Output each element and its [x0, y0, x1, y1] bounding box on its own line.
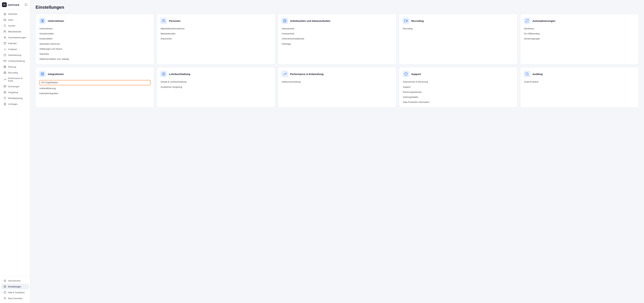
card-integrationen: Integrationen API-Zugriffsdaten Authenti…: [36, 67, 154, 108]
cards-grid: Unternehmen Unternehmen Gesellschaften K…: [36, 14, 639, 108]
card-links: Unternehmen Gesellschaften Kostenstellen…: [39, 27, 150, 61]
link-unternehmen[interactable]: Unternehmen: [40, 27, 150, 30]
card-title: Recruiting: [411, 20, 424, 22]
svg-line-2: [5, 26, 6, 27]
main-content: Einstellungen Unternehmen Unternehmen Ge…: [30, 0, 644, 303]
card-title: Auditing: [532, 73, 543, 76]
svg-point-3: [4, 30, 5, 31]
link-data-protection[interactable]: Data Protection Information: [403, 100, 514, 104]
magnifier-icon: [524, 71, 530, 77]
link-support[interactable]: Support: [403, 85, 514, 89]
card-links: Recruiting: [402, 27, 514, 30]
sidebar-item-recruiting[interactable]: Recruiting: [1, 70, 29, 76]
link-mitarbeiterollen[interactable]: Mitarbeiterollen: [160, 32, 272, 36]
sidebar-item-mitarbeitende[interactable]: Mitarbeitende: [1, 29, 29, 34]
sidebar-item-user[interactable]: Elias Drocksler: [1, 296, 29, 301]
link-mitarbeiterinformationen[interactable]: Mitarbeiteninformationen: [160, 27, 272, 30]
grid-card-icon: [39, 71, 46, 77]
help-icon: [3, 291, 6, 294]
arrows-icon: [524, 18, 530, 24]
link-kostenstellen[interactable]: Kostenstellen: [40, 37, 150, 40]
link-feiertage[interactable]: Feiertage: [282, 42, 393, 46]
link-unternehmenskalender[interactable]: Unternehmenskalender: [282, 37, 393, 40]
link-abonnement-rechnung[interactable]: Abonnement & Rechnung: [403, 80, 514, 84]
card-header: Performance & Entwicklung: [282, 71, 393, 77]
link-standorte[interactable]: Standorte: [40, 52, 150, 56]
sidebar-item-label: Hilfe & Feedback: [8, 291, 25, 294]
svg-rect-32: [42, 21, 43, 21]
sidebar-item-label: Recruiting: [8, 72, 18, 74]
sidebar-item-label: Mitarbeitende: [8, 30, 21, 33]
link-authentifizierung[interactable]: Authentifizierung: [40, 86, 150, 90]
dollar-card-icon: [160, 71, 167, 77]
sidebar-item-automatisierungen[interactable]: Automatisierungen: [1, 34, 29, 40]
svg-rect-39: [43, 73, 44, 74]
sidebar-nav: Startseite Inbox Suchen Mitarbeitende Au…: [0, 10, 30, 276]
card-automatisierungen: Automatisierungen Workflows On-/Offboard…: [520, 14, 639, 64]
sidebar-item-label: Inbox: [8, 18, 14, 21]
sidebar-item-inbox[interactable]: Inbox: [1, 17, 29, 23]
svg-rect-35: [283, 20, 286, 22]
sidebar-item-schulungen[interactable]: Schulungen: [1, 84, 29, 89]
link-startseiten-shortcuts[interactable]: Startseiten-Shortcuts: [40, 42, 150, 46]
sidebar-item-zeiterfassung[interactable]: Zeiterfassung: [1, 52, 29, 58]
card-links: Zielbonusverteilung: [282, 80, 393, 84]
sidebar-item-label: Elias Drocksler: [8, 297, 23, 300]
link-gehalt[interactable]: Gehalt & Lohnbuchhaltung: [160, 80, 272, 84]
svg-rect-33: [42, 22, 43, 22]
sidebar-item-startseite[interactable]: Startseite: [1, 11, 29, 17]
card-lohnbuchhaltung: Lohnbuchhaltung Gehalt & Lohnbuchhaltung…: [157, 67, 275, 108]
sidebar-item-verguetung[interactable]: Vergütung: [1, 90, 29, 95]
sidebar-item-umfragen[interactable]: Umfragen: [1, 101, 29, 107]
card-header: Lohnbuchhaltung: [160, 71, 272, 77]
link-kalenderintegration[interactable]: Kalenderintegration: [40, 92, 150, 95]
star-icon: [3, 279, 6, 282]
link-zusaetzliche-verguetung[interactable]: Zusätzliche Vergütung: [160, 85, 272, 89]
sidebar-item-einstellungen[interactable]: Einstellungen: [1, 284, 29, 290]
link-audit-protokoll[interactable]: Audit-Protokoll: [524, 80, 635, 84]
svg-rect-5: [4, 42, 6, 44]
sidebar-item-performance[interactable]: Performance & Entw...: [1, 76, 29, 84]
card-title: Lohnbuchhaltung: [169, 73, 190, 76]
sidebar-item-hilfe[interactable]: Hilfe & Feedback: [1, 290, 29, 295]
card-unternehmen: Unternehmen Unternehmen Gesellschaften K…: [36, 14, 154, 64]
link-rechnungsadresse[interactable]: Rechnungsadresse: [403, 90, 514, 94]
link-onoffboarding[interactable]: On-/Offboarding: [524, 32, 635, 36]
sidebar-item-planung[interactable]: Planung: [1, 64, 29, 70]
link-stellenarchitektur[interactable]: Stellenarchitektur und -katalog: [40, 57, 150, 61]
link-workflows[interactable]: Workflows: [524, 27, 635, 30]
link-dokumente[interactable]: Dokumente: [160, 37, 272, 40]
sidebar-toggle-button[interactable]: [24, 3, 28, 7]
link-recruiting[interactable]: Recruiting: [403, 27, 514, 30]
card-title: Support: [411, 73, 421, 76]
svg-marker-4: [4, 36, 6, 38]
sidebar-item-kalender[interactable]: Kalender: [1, 40, 29, 46]
sidebar-item-analysen[interactable]: Analysen: [1, 46, 29, 52]
link-anwesenheit[interactable]: Anwesenheit: [282, 32, 393, 36]
sidebar-item-whistleblowing[interactable]: Whistleblowing: [1, 95, 29, 101]
card-title: Personen: [169, 20, 180, 22]
link-api-zugriffsdaten[interactable]: API-Zugriffsdaten: [40, 80, 150, 85]
link-genehmigungen[interactable]: Genehmigungen: [524, 37, 635, 40]
link-abwesenheit[interactable]: Abwesenheit: [282, 27, 393, 30]
card-title: Automatisierungen: [532, 20, 556, 22]
link-zahlungsdetails[interactable]: Zahlungsdetails: [403, 95, 514, 99]
card-header: Unternehmen: [39, 18, 150, 24]
svg-rect-18: [4, 67, 5, 68]
sidebar-item-lohnbuchhaltung[interactable]: Lohnbuchhaltung: [1, 58, 29, 64]
link-gesellschaften[interactable]: Gesellschaften: [40, 32, 150, 36]
svg-rect-16: [5, 66, 6, 66]
sidebar-item-label: Startseite: [8, 13, 17, 15]
search-icon: [3, 24, 6, 27]
sidebar-item-abonnement[interactable]: Abonnement: [1, 278, 29, 284]
link-abteilungen[interactable]: Abteilungen und Teams: [40, 47, 150, 51]
card-links: API-Zugriffsdaten Authentifizierung Kale…: [39, 80, 150, 95]
link-zielbonusverteilung[interactable]: Zielbonusverteilung: [282, 80, 393, 84]
svg-marker-36: [406, 20, 408, 22]
trending-icon: [3, 78, 6, 81]
svg-rect-13: [4, 60, 6, 62]
card-links: Workflows On-/Offboarding Genehmigungen: [524, 27, 635, 41]
sidebar-item-suchen[interactable]: Suchen: [1, 23, 29, 28]
sidebar-item-label: Vergütung: [8, 91, 18, 94]
sidebar-item-label: Suchen: [8, 24, 16, 27]
